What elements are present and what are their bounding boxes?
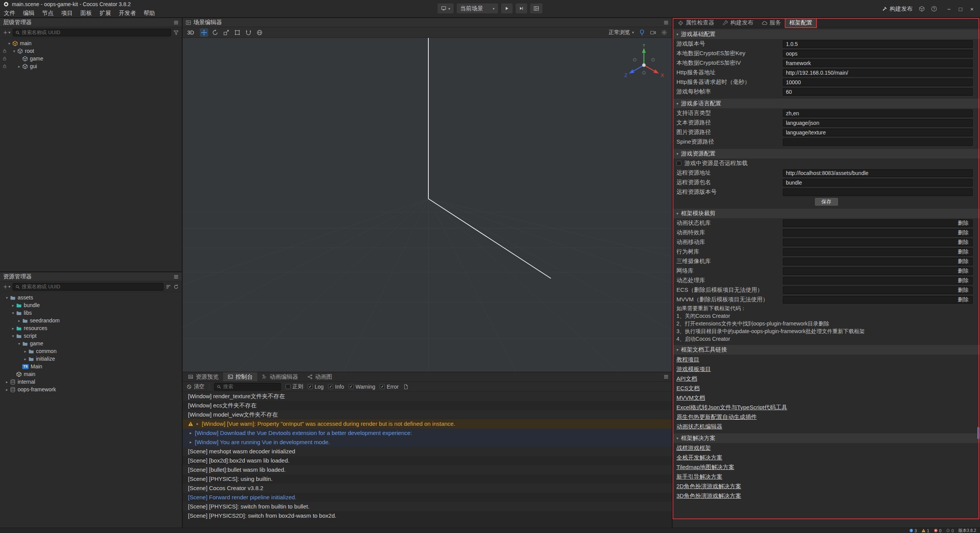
regex-checkbox[interactable]: 正则 — [286, 383, 303, 390]
delete-button[interactable]: 删除 — [954, 239, 972, 246]
light-toggle-icon[interactable] — [639, 29, 645, 36]
log-row[interactable]: [Scene] [PHYSICS]: using builtin. — [183, 474, 672, 484]
section-resource-config[interactable]: ▾ 游戏资源配置 — [673, 149, 980, 159]
expander-icon[interactable]: ▾ — [16, 342, 22, 346]
expander-icon[interactable]: ▸ — [4, 387, 10, 392]
delete-button[interactable]: 删除 — [954, 277, 972, 284]
section-doc-links[interactable]: ▾ 框架文档工具链接 — [673, 345, 980, 355]
menu-help[interactable]: 帮助 — [140, 10, 159, 17]
asset-node-script[interactable]: ▾ script — [0, 332, 182, 340]
link-ecs-docs[interactable]: ECS文档 — [673, 383, 980, 393]
expander-icon[interactable]: ▸ — [188, 438, 193, 447]
menu-developer[interactable]: 开发者 — [115, 10, 140, 17]
expander-icon[interactable]: ▸ — [10, 303, 16, 307]
tab-service[interactable]: 服务 — [758, 19, 785, 27]
link-mvvm-docs[interactable]: MVVM文档 — [673, 393, 980, 402]
save-button[interactable]: 保存 — [815, 198, 838, 206]
coordinate-toggle-button[interactable] — [255, 28, 264, 37]
menu-edit[interactable]: 编辑 — [19, 10, 38, 17]
delete-button[interactable]: 删除 — [954, 258, 972, 265]
expander-icon[interactable]: ▾ — [10, 334, 16, 338]
create-node-button[interactable]: ▾ — [3, 30, 10, 35]
panel-menu-icon[interactable] — [663, 20, 669, 25]
link-guide-solution[interactable]: 新手引导解决方案 — [673, 472, 980, 481]
remote-load-checkbox[interactable] — [676, 161, 681, 166]
panel-menu-icon[interactable] — [173, 274, 179, 280]
log-row[interactable]: [Scene] Cocos Creator v3.8.2 — [183, 484, 672, 493]
asset-node-oops-framework[interactable]: ▸ oops-framework — [0, 386, 182, 393]
panel-menu-icon[interactable] — [663, 374, 669, 379]
hierarchy-node-gui[interactable]: ▸ gui — [0, 62, 182, 70]
menu-file[interactable]: 文件 — [0, 10, 19, 17]
lock-icon[interactable] — [2, 64, 7, 69]
collapse-logs-icon[interactable] — [403, 384, 408, 389]
crypto-iv-input[interactable] — [783, 59, 973, 67]
rect-tool-button[interactable] — [233, 28, 242, 37]
expander-icon[interactable]: ▾ — [4, 296, 10, 300]
sort-icon[interactable] — [166, 284, 171, 289]
asset-node-seedrandom[interactable]: ▸ seedrandom — [0, 317, 182, 324]
asset-node-bundle[interactable]: ▸ bundle — [0, 301, 182, 309]
delete-button[interactable]: 删除 — [954, 296, 972, 303]
crypto-key-input[interactable] — [783, 50, 973, 57]
asset-node-main-scene[interactable]: main — [0, 370, 182, 378]
section-language-config[interactable]: ▾ 游戏多语言配置 — [673, 99, 980, 108]
spine-res-path-input[interactable] — [783, 138, 973, 146]
filter-info-checkbox[interactable]: ✓ Info — [328, 384, 344, 390]
section-solutions[interactable]: ▾ 框架解决方案 — [673, 433, 980, 443]
close-button[interactable]: × — [966, 6, 978, 12]
text-res-path-input[interactable] — [783, 119, 973, 127]
link-excel-tool[interactable]: Excel格式转Json文件与TypeScript代码工具 — [673, 402, 980, 412]
rotate-tool-button[interactable] — [211, 28, 219, 37]
link-fullstack-solution[interactable]: 全栈开发解决方案 — [673, 453, 980, 462]
hierarchy-node-main[interactable]: ▾ main — [0, 39, 182, 47]
log-row[interactable]: [Window] render_texture文件夹不存在 — [183, 392, 672, 401]
error-counter[interactable]: 0 — [934, 528, 941, 533]
asset-node-resources[interactable]: ▸ resources — [0, 324, 182, 332]
section-basic-config[interactable]: ▾ 游戏基础配置 — [673, 29, 980, 39]
assets-search-input[interactable] — [22, 284, 161, 289]
game-version-input[interactable] — [783, 40, 973, 48]
expander-icon[interactable]: ▾ — [10, 311, 16, 315]
remote-bundle-input[interactable] — [783, 179, 973, 186]
layout-button[interactable] — [530, 3, 542, 13]
hierarchy-node-game[interactable]: game — [0, 55, 182, 62]
menu-extension[interactable]: 扩展 — [96, 10, 115, 17]
http-timeout-input[interactable] — [783, 78, 973, 86]
tab-property-inspector[interactable]: 属性检查器 — [674, 19, 718, 27]
create-asset-button[interactable]: ▾ — [3, 284, 10, 289]
asset-node-libs[interactable]: ▾ libs — [0, 309, 182, 317]
panel-menu-icon[interactable] — [173, 20, 179, 25]
help-icon[interactable] — [931, 6, 937, 12]
expander-icon[interactable]: ▾ — [11, 49, 17, 53]
lock-icon[interactable] — [2, 56, 7, 61]
expander-icon[interactable]: ▸ — [22, 349, 28, 353]
asset-node-assets[interactable]: ▾ assets — [0, 294, 182, 301]
snap-tool-button[interactable] — [244, 28, 253, 37]
package-icon[interactable] — [919, 6, 925, 12]
delete-button[interactable]: 删除 — [954, 220, 972, 227]
asset-node-internal[interactable]: ▸ internal — [0, 378, 182, 386]
view-mode-select[interactable]: 正常浏览 ▾ — [609, 29, 634, 36]
filter-log-checkbox[interactable]: ✓ Log — [308, 384, 323, 390]
log-row[interactable]: [Scene] [PHYSICS2D]: switch from box2d-w… — [183, 511, 672, 520]
expander-icon[interactable]: ▸ — [195, 419, 200, 428]
play-button[interactable] — [501, 3, 513, 13]
http-server-input[interactable] — [783, 69, 973, 77]
menu-project[interactable]: 项目 — [57, 10, 77, 17]
link-tiledmap-solution[interactable]: Tiledmap地图解决方案 — [673, 462, 980, 472]
notification-counter[interactable]: 0 — [946, 528, 954, 533]
preview-target-button[interactable]: ▾ — [438, 3, 454, 13]
menu-node[interactable]: 节点 — [38, 10, 57, 17]
scene-select[interactable]: 当前场景 ▾ — [457, 3, 498, 13]
refresh-icon[interactable] — [173, 284, 179, 289]
asset-node-main-ts[interactable]: TS Main — [0, 363, 182, 370]
gear-icon[interactable] — [661, 29, 667, 36]
filter-icon[interactable] — [173, 30, 179, 35]
hierarchy-search-input[interactable] — [22, 29, 168, 35]
asset-node-common[interactable]: ▸ common — [0, 347, 182, 355]
expander-icon[interactable]: ▸ — [16, 64, 22, 69]
tab-console[interactable]: 控制台 — [223, 372, 257, 381]
camera-icon[interactable] — [650, 29, 656, 36]
log-row[interactable]: [Scene] [PHYSICS]: switch from builtin t… — [183, 502, 672, 511]
